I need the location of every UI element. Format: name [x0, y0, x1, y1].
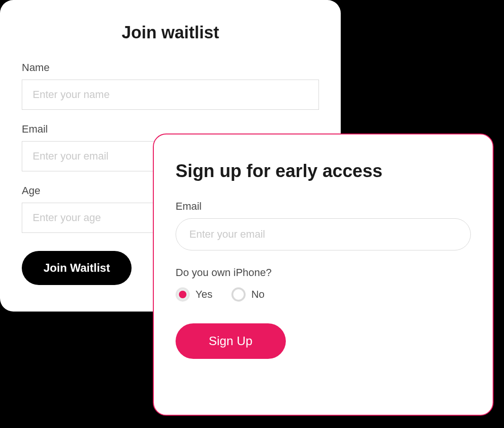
- early-access-card: Sign up for early access Email Do you ow…: [153, 134, 494, 416]
- name-field-group: Name: [22, 62, 319, 110]
- early-access-wrap: Sign up for early access Email Do you ow…: [153, 134, 494, 416]
- early-email-field-group: Email: [176, 200, 471, 250]
- radio-yes[interactable]: Yes: [176, 287, 212, 302]
- radio-no-icon: [231, 287, 246, 302]
- early-email-label: Email: [176, 200, 471, 213]
- join-waitlist-button[interactable]: Join Waitlist: [22, 251, 132, 285]
- radio-yes-icon: [176, 287, 190, 302]
- name-input[interactable]: [22, 80, 319, 110]
- name-label: Name: [22, 62, 319, 74]
- sign-up-button[interactable]: Sign Up: [176, 323, 286, 359]
- radio-group: Yes No: [176, 287, 471, 302]
- waitlist-title: Join waitlist: [22, 23, 319, 43]
- radio-no[interactable]: No: [231, 287, 265, 302]
- radio-yes-label: Yes: [195, 288, 212, 301]
- radio-question: Do you own iPhone?: [176, 267, 471, 279]
- early-email-input[interactable]: [176, 218, 471, 250]
- early-access-title: Sign up for early access: [176, 161, 471, 181]
- radio-no-label: No: [251, 288, 265, 301]
